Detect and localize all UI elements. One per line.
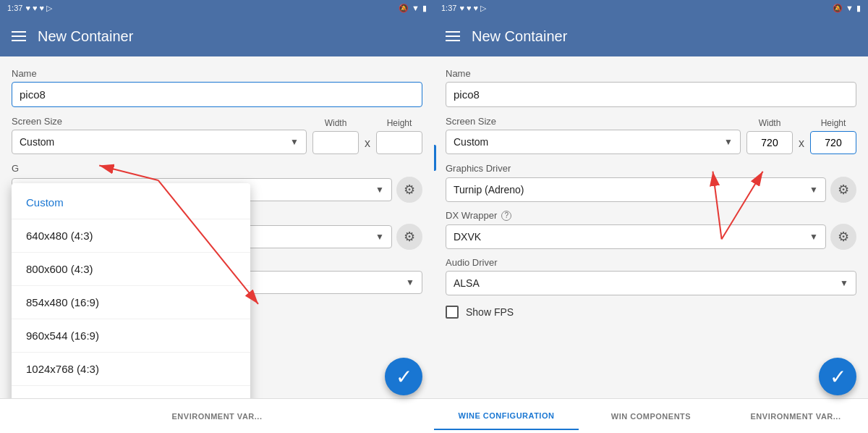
status-bar-left: 1:37 ♥ ♥ ♥ ▷ 🔕 ▼ ▮ <box>0 0 434 16</box>
dx-select-row-right: DXVK ▼ ⚙ <box>446 224 856 250</box>
width-input-left[interactable] <box>312 131 359 154</box>
chevron-down-icon-dx-left: ▼ <box>375 232 384 242</box>
dx-help-icon[interactable]: ? <box>501 211 511 221</box>
graphics-gear-button-right[interactable]: ⚙ <box>830 177 856 203</box>
chevron-down-icon-screen-right: ▼ <box>724 137 733 147</box>
name-label-left: Name <box>12 68 422 79</box>
height-input-right[interactable] <box>810 131 856 154</box>
fab-left[interactable]: ✓ <box>385 358 422 395</box>
graphics-value-right: Turnip (Adreno) <box>454 184 524 196</box>
dropdown-item-800[interactable]: 800x600 (4:3) <box>12 253 250 286</box>
app-bar-left: New Container <box>0 16 434 56</box>
chevron-down-icon-audio-left: ▼ <box>406 277 414 287</box>
chevron-down-icon-left: ▼ <box>290 137 299 147</box>
width-section-left: Width <box>312 118 359 154</box>
notification-icon: 🔕 <box>399 4 409 13</box>
screen-size-select-left[interactable]: Custom ▼ <box>12 130 307 154</box>
height-label-left: Height <box>387 118 412 128</box>
graphics-label-right: Graphics Driver <box>446 163 856 174</box>
app-title-right: New Container <box>472 28 567 45</box>
dx-gear-button-right[interactable]: ⚙ <box>830 224 856 250</box>
width-input-right[interactable] <box>746 131 793 154</box>
show-fps-label: Show FPS <box>466 306 514 318</box>
screen-size-section-left: Screen Size Custom ▼ <box>12 116 307 154</box>
dropdown-item-1280[interactable]: 1280x720 (16:9) <box>12 386 250 398</box>
chevron-down-icon-graphics-right: ▼ <box>809 185 818 195</box>
width-label-left: Width <box>325 118 347 128</box>
tab-win-components[interactable]: WIN COMPONENTS <box>579 403 723 429</box>
wifi-icon: ▼ <box>412 4 420 12</box>
tab-wine-config[interactable]: WINE CONFIGURATION <box>434 403 579 430</box>
time-left: 1:37 <box>7 4 22 12</box>
right-panel: 1:37 ♥ ♥ ♥ ▷ 🔕 ▼ ▮ New Container Name Sc… <box>434 0 868 433</box>
height-input-left[interactable] <box>376 131 422 154</box>
x-separator-right: x <box>799 137 804 154</box>
tab-env-vars-right[interactable]: ENVIRONMENT VAR... <box>723 403 868 429</box>
screen-size-label-left: Screen Size <box>12 116 307 127</box>
audio-label-right: Audio Driver <box>446 257 856 268</box>
screen-size-value-left: Custom <box>20 136 54 148</box>
show-fps-row: Show FPS <box>446 306 856 319</box>
status-left-right: 1:37 ♥ ♥ ♥ ▷ <box>441 4 486 13</box>
x-separator-left: x <box>365 137 370 154</box>
name-label-right: Name <box>446 68 856 79</box>
dx-value-right: DXVK <box>454 231 481 243</box>
dropdown-item-854[interactable]: 854x480 (16:9) <box>12 286 250 319</box>
wifi-icon-right: ▼ <box>846 4 854 12</box>
audio-select-row-right: ALSA ▼ <box>446 271 856 295</box>
blue-indicator <box>434 145 436 171</box>
content-left: Name Screen Size Custom ▼ Width x Height <box>0 56 434 398</box>
status-right-left: 🔕 ▼ ▮ <box>399 4 427 13</box>
dx-gear-button-left[interactable]: ⚙ <box>396 224 422 250</box>
audio-value-right: ALSA <box>454 277 480 289</box>
width-section-right: Width <box>746 118 793 154</box>
fab-right[interactable]: ✓ <box>819 358 856 395</box>
dropdown-item-640[interactable]: 640x480 (4:3) <box>12 219 250 253</box>
graphics-label-left: G <box>12 163 422 174</box>
status-left: 1:37 ♥ ♥ ♥ ▷ <box>7 4 52 13</box>
height-section-right: Height <box>810 118 856 154</box>
bottom-tabs-right: WINE CONFIGURATION WIN COMPONENTS ENVIRO… <box>434 398 868 433</box>
graphics-section-right: Graphics Driver Turnip (Adreno) ▼ ⚙ <box>446 163 856 203</box>
name-input-left[interactable] <box>12 82 422 107</box>
battery-icon: ▮ <box>422 4 427 13</box>
screen-size-value-right: Custom <box>454 136 488 148</box>
audio-section-right: Audio Driver ALSA ▼ <box>446 257 856 295</box>
bottom-tabs-left: ENVIRONMENT VAR... <box>0 398 434 433</box>
screen-size-section-right: Screen Size Custom ▼ <box>446 116 741 154</box>
dropdown-item-1024[interactable]: 1024x768 (4:3) <box>12 353 250 386</box>
signal-icons-left: ♥ ♥ ♥ ▷ <box>25 4 52 13</box>
content-right: Name Screen Size Custom ▼ Width x Height <box>434 56 868 398</box>
time-right: 1:37 <box>441 4 456 12</box>
graphics-select-row-right: Turnip (Adreno) ▼ ⚙ <box>446 177 856 203</box>
signal-icons-right: ♥ ♥ ♥ ▷ <box>459 4 486 13</box>
show-fps-checkbox[interactable] <box>446 306 459 319</box>
chevron-down-icon-audio-right: ▼ <box>840 278 848 288</box>
menu-button-left[interactable] <box>12 31 26 41</box>
notification-icon-right: 🔕 <box>833 4 843 13</box>
left-panel: 1:37 ♥ ♥ ♥ ▷ 🔕 ▼ ▮ New Container Name Sc… <box>0 0 434 433</box>
dropdown-item-960[interactable]: 960x544 (16:9) <box>12 319 250 353</box>
height-label-right: Height <box>821 118 846 128</box>
dropdown-item-custom[interactable]: Custom <box>12 186 250 219</box>
screen-size-label-right: Screen Size <box>446 116 741 127</box>
screen-size-select-right[interactable]: Custom ▼ <box>446 130 741 154</box>
name-input-right[interactable] <box>446 82 856 107</box>
chevron-down-icon-graphics-left: ▼ <box>375 185 384 195</box>
dx-select-right[interactable]: DXVK ▼ <box>446 224 826 249</box>
graphics-select-right[interactable]: Turnip (Adreno) ▼ <box>446 177 826 202</box>
graphics-gear-button-left[interactable]: ⚙ <box>396 177 422 203</box>
battery-icon-right: ▮ <box>856 4 861 13</box>
app-bar-right: New Container <box>434 16 868 56</box>
dx-label-right: DX Wrapper <box>446 210 497 221</box>
chevron-down-icon-dx-right: ▼ <box>809 232 818 242</box>
width-label-right: Width <box>759 118 781 128</box>
menu-button-right[interactable] <box>446 31 460 41</box>
audio-select-right[interactable]: ALSA ▼ <box>446 271 856 295</box>
dx-section-right: DX Wrapper ? DXVK ▼ ⚙ <box>446 210 856 250</box>
screen-size-dropdown: Custom 640x480 (4:3) 800x600 (4:3) 854x4… <box>12 183 250 398</box>
height-section-left: Height <box>376 118 422 154</box>
tab-env-vars-left[interactable]: ENVIRONMENT VAR... <box>0 403 434 429</box>
status-right-right: 🔕 ▼ ▮ <box>833 4 861 13</box>
dx-label-row-right: DX Wrapper ? <box>446 210 856 221</box>
